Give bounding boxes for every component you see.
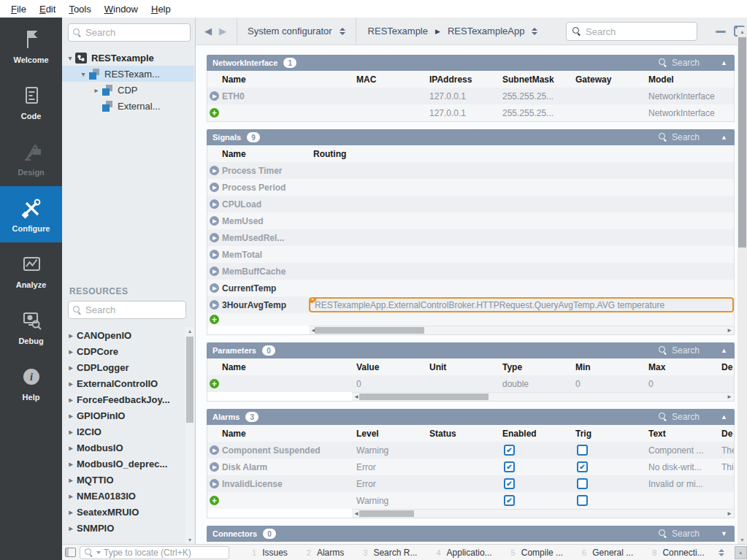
trig-checkbox[interactable] (577, 495, 588, 506)
row-name-cell[interactable]: CurrentTemp (207, 280, 309, 296)
section-search[interactable]: Search (659, 58, 700, 68)
output-tab-search-r[interactable]: 3Search R... (353, 545, 426, 560)
column-header-type[interactable]: Type (498, 358, 571, 375)
menu-help[interactable]: Help (145, 2, 177, 16)
column-header-gateway[interactable]: Gateway (571, 71, 644, 88)
row-name-cell[interactable] (207, 104, 352, 121)
resource-item-modbusio[interactable]: ▸ModbusIO (62, 440, 185, 456)
resource-item-cdpcore[interactable]: ▸CDPCore (62, 343, 185, 359)
horizontal-scrollbar[interactable]: ◄► (309, 326, 734, 334)
expand-row-icon[interactable] (210, 445, 219, 455)
section-search[interactable]: Search (659, 412, 700, 422)
resource-item-canopenio[interactable]: ▸CANOpenIO (62, 327, 185, 343)
output-tab-issues[interactable]: 1Issues (242, 545, 297, 560)
column-header-mac[interactable]: MAC (352, 71, 425, 88)
collapse-toggle-icon[interactable]: ▲ (721, 59, 727, 66)
column-header-ipaddress[interactable]: IPAddress (425, 71, 498, 88)
scroll-left-icon[interactable]: ◄ (353, 393, 359, 401)
row-name-cell[interactable]: Process Period (207, 179, 309, 196)
value-cell[interactable]: NetworkInterface (644, 88, 734, 104)
resources-search[interactable] (68, 301, 186, 319)
value-cell[interactable] (309, 212, 734, 229)
back-button[interactable]: ◀ (204, 26, 212, 37)
value-cell[interactable] (309, 179, 734, 196)
minimize-icon[interactable] (716, 31, 726, 33)
value-cell[interactable]: Warning (352, 442, 425, 459)
table-row[interactable]: Process Timer (207, 162, 734, 179)
expand-arrow-icon[interactable]: ▸ (65, 444, 77, 452)
tree-item-cdp[interactable]: ▸CDP (62, 82, 194, 98)
resource-item-cdplogger[interactable]: ▸CDPLogger (62, 359, 185, 375)
column-header-value[interactable]: Value (352, 358, 425, 375)
resource-item-externalcontrolio[interactable]: ▸ExternalControlIO (62, 375, 185, 391)
value-cell[interactable]: double (498, 375, 571, 392)
value-cell[interactable] (352, 104, 425, 121)
section-search[interactable]: Search (659, 345, 700, 356)
resource-item-mqttio[interactable]: ▸MQTTIO (62, 472, 185, 488)
output-tab-alarms[interactable]: 2Alarms (297, 545, 353, 560)
resources-search-input[interactable] (85, 304, 181, 315)
scroll-up-icon[interactable]: ▲ (738, 29, 747, 34)
locator[interactable] (80, 546, 229, 559)
scroll-down-icon[interactable]: ▼ (185, 537, 194, 542)
horizontal-scrollbar[interactable]: ◄► (352, 392, 734, 401)
navbar-search-input[interactable] (586, 26, 691, 37)
explorer-search[interactable] (68, 23, 191, 42)
sidebar-item-design[interactable]: Design (0, 130, 62, 186)
collapse-toggle-icon[interactable]: ▲ (721, 347, 727, 354)
sidebar-item-help[interactable]: iHelp (0, 355, 62, 411)
resources-scrollbar[interactable]: ▲ ▼ (185, 327, 194, 544)
explorer-search-input[interactable] (85, 27, 185, 38)
expand-row-icon[interactable] (210, 266, 219, 276)
collapse-arrow-icon[interactable]: ▾ (65, 54, 75, 62)
table-row[interactable]: MemUsedRel... (207, 229, 734, 246)
trig-checkbox[interactable] (577, 478, 588, 489)
scroll-left-icon[interactable]: ◄ (353, 510, 359, 518)
expand-row-icon[interactable] (210, 216, 219, 226)
table-row[interactable]: ETH0127.0.0.1255.255.25...NetworkInterfa… (207, 88, 734, 104)
column-header-min[interactable]: Min (571, 358, 644, 375)
value-cell[interactable] (309, 280, 734, 296)
scrollbar-thumb[interactable] (315, 327, 424, 334)
value-cell[interactable]: Error (352, 459, 425, 475)
table-row[interactable]: Warning✔ (207, 492, 734, 509)
menu-tools[interactable]: Tools (62, 2, 97, 16)
value-cell[interactable] (425, 492, 498, 509)
row-name-cell[interactable]: MemTotal (207, 246, 309, 263)
collapse-toggle-icon[interactable]: ▼ (721, 530, 727, 537)
row-name-cell[interactable] (207, 313, 309, 326)
expand-arrow-icon[interactable]: ▸ (65, 460, 77, 468)
resource-item-modbusio-deprec[interactable]: ▸ModbusIO_deprec... (62, 456, 185, 472)
output-tab-connecti[interactable]: 8Connecti... (643, 545, 714, 560)
expand-row-icon[interactable] (210, 250, 219, 259)
breadcrumb-item-app[interactable]: RESTexampleApp (448, 26, 525, 37)
value-cell[interactable]: Warning (352, 492, 425, 509)
table-row[interactable] (207, 313, 734, 326)
column-header-status[interactable]: Status (425, 425, 498, 442)
expand-arrow-icon[interactable]: ▸ (65, 396, 77, 404)
section-search[interactable]: Search (659, 529, 700, 539)
column-header-enabled[interactable]: Enabled (498, 425, 571, 442)
locator-input[interactable] (104, 548, 224, 558)
expand-row-icon[interactable] (210, 91, 219, 101)
output-tab-general[interactable]: 6General ... (572, 545, 643, 560)
row-name-cell[interactable]: MemUsed (207, 212, 309, 229)
table-row[interactable]: MemUsed (207, 212, 734, 229)
expand-row-icon[interactable] (210, 199, 219, 209)
collapse-toggle-icon[interactable]: ▲ (721, 413, 727, 421)
horizontal-scrollbar[interactable]: ◄► (352, 509, 734, 518)
scrollbar-thumb[interactable] (186, 337, 194, 423)
value-cell[interactable]: Component ... (644, 442, 717, 459)
value-cell[interactable] (425, 459, 498, 475)
scroll-up-icon[interactable]: ▲ (185, 329, 194, 334)
value-cell[interactable] (571, 104, 644, 121)
expand-row-icon[interactable] (210, 462, 219, 472)
updown-icon[interactable] (532, 28, 537, 35)
expand-row-icon[interactable] (210, 479, 219, 488)
sidebar-item-analyze[interactable]: Analyze (0, 242, 62, 299)
collapse-toggle-icon[interactable]: ▲ (721, 134, 727, 141)
column-header-name[interactable]: Name (207, 358, 352, 375)
expand-arrow-icon[interactable]: ▸ (65, 331, 77, 340)
column-header-name[interactable]: Name (207, 425, 352, 442)
row-name-cell[interactable]: MemBuffCache (207, 263, 309, 280)
